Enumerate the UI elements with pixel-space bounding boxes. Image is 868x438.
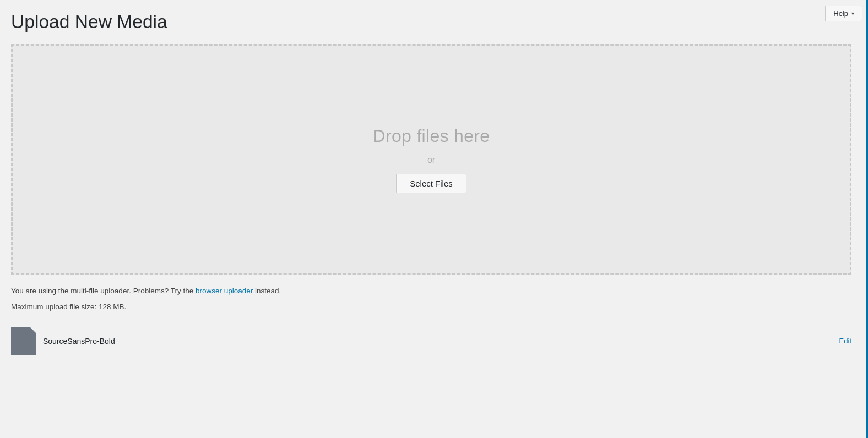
help-button-label: Help bbox=[833, 9, 848, 18]
drop-files-text: Drop files here bbox=[373, 126, 490, 146]
drop-zone-or-text: or bbox=[427, 155, 435, 165]
page-title: Upload New Media bbox=[11, 11, 857, 33]
uploader-info-text: You are using the multi-file uploader. P… bbox=[11, 285, 857, 297]
uploader-info-before-link: You are using the multi-file uploader. P… bbox=[11, 287, 196, 295]
chevron-down-icon: ▾ bbox=[851, 10, 854, 17]
select-files-button[interactable]: Select Files bbox=[396, 174, 466, 193]
help-button-wrapper: Help ▾ bbox=[825, 6, 862, 21]
file-item: SourceSansPro-Bold Edit bbox=[11, 322, 857, 360]
file-icon bbox=[11, 327, 36, 355]
file-item-left: SourceSansPro-Bold bbox=[11, 327, 115, 355]
browser-uploader-link[interactable]: browser uploader bbox=[196, 287, 253, 295]
help-button[interactable]: Help ▾ bbox=[825, 6, 862, 21]
right-border-accent bbox=[866, 0, 868, 438]
file-name: SourceSansPro-Bold bbox=[43, 337, 115, 346]
file-edit-link[interactable]: Edit bbox=[839, 337, 851, 345]
max-upload-size-text: Maximum upload file size: 128 MB. bbox=[11, 303, 857, 311]
page-wrapper: Help ▾ Upload New Media Drop files here … bbox=[0, 0, 868, 371]
uploader-info-after-link: instead. bbox=[253, 287, 281, 295]
drop-zone[interactable]: Drop files here or Select Files bbox=[11, 44, 851, 275]
